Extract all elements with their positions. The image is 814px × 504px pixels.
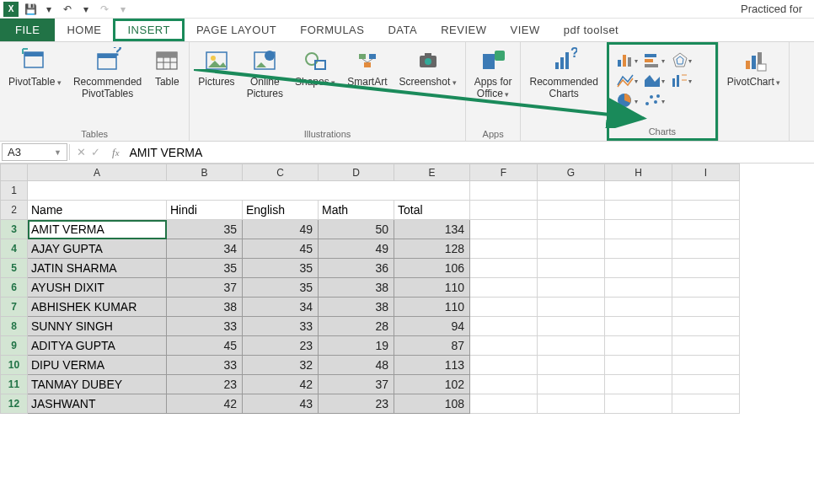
cell[interactable] [605, 317, 672, 336]
formula-input[interactable] [124, 142, 814, 163]
smartart-button[interactable]: SmartArt [345, 46, 388, 89]
col-header-A[interactable]: A [28, 164, 167, 181]
cell[interactable] [672, 375, 740, 394]
cell-math[interactable]: 38 [319, 278, 394, 298]
cell-name[interactable]: TANMAY DUBEY [28, 375, 167, 394]
tab-view[interactable]: VIEW [499, 19, 552, 41]
tab-insert[interactable]: INSERT [113, 19, 184, 41]
cell[interactable] [672, 356, 740, 375]
cell[interactable] [672, 298, 740, 317]
cell[interactable] [470, 259, 538, 278]
name-box[interactable]: A3▼ [2, 143, 67, 161]
cell-english[interactable]: 43 [243, 394, 319, 414]
shapes-button[interactable]: Shapes [293, 46, 337, 90]
fx-icon[interactable]: fx [107, 142, 124, 163]
cell-total[interactable]: 110 [394, 278, 470, 298]
redo-icon[interactable]: ↷ [98, 3, 111, 16]
cell[interactable] [605, 356, 672, 375]
cell[interactable] [672, 239, 740, 259]
select-all-corner[interactable] [1, 164, 28, 181]
cell-math[interactable]: 19 [319, 336, 394, 356]
cell[interactable] [605, 394, 672, 414]
cell-total[interactable]: 110 [394, 298, 470, 317]
cell[interactable] [470, 239, 538, 259]
screenshot-button[interactable]: Screenshot [398, 46, 458, 90]
redo-drop-icon[interactable]: ▾ [116, 3, 130, 16]
worksheet-grid[interactable]: ABCDEFGHI1Create A Chart2NameHindiEnglis… [0, 164, 814, 414]
cell[interactable] [672, 181, 740, 201]
cell-math[interactable]: 48 [319, 356, 394, 375]
cell[interactable] [605, 375, 672, 394]
cell[interactable] [538, 239, 605, 259]
online-pictures-button[interactable]: Online Pictures [245, 46, 285, 101]
row-header-3[interactable]: 3 [1, 220, 28, 239]
enter-icon[interactable]: ✓ [91, 146, 100, 158]
cell-total[interactable]: 113 [394, 356, 470, 375]
tab-page-layout[interactable]: PAGE LAYOUT [185, 19, 288, 41]
cell-total[interactable]: 94 [394, 317, 470, 336]
cell-math[interactable]: 50 [319, 220, 394, 239]
cell[interactable] [538, 375, 605, 394]
cell-name[interactable]: ADITYA GUPTA [28, 336, 167, 356]
row-header-11[interactable]: 11 [1, 375, 28, 394]
radar-chart-icon[interactable]: ▾ [670, 51, 692, 68]
cell-math[interactable]: 23 [319, 394, 394, 414]
row-header-6[interactable]: 6 [1, 278, 28, 298]
row-header-4[interactable]: 4 [1, 239, 28, 259]
pivottable-button[interactable]: PivotTable [7, 46, 63, 90]
cell-name[interactable]: JASHWANT [28, 394, 167, 414]
cell[interactable] [605, 239, 672, 259]
cell-hindi[interactable]: 45 [167, 336, 243, 356]
cell-name[interactable]: ABHISHEK KUMAR [28, 298, 167, 317]
column-chart-icon[interactable]: ▾ [616, 51, 638, 68]
cell[interactable] [538, 201, 605, 220]
col-header-I[interactable]: I [672, 164, 740, 181]
cell-total[interactable]: 106 [394, 259, 470, 278]
qat-dropdown-icon[interactable]: ▾ [42, 3, 56, 16]
cell[interactable] [470, 278, 538, 298]
row-header-5[interactable]: 5 [1, 259, 28, 278]
row-header-12[interactable]: 12 [1, 394, 28, 414]
cell[interactable] [470, 356, 538, 375]
cell-hindi[interactable]: 38 [167, 298, 243, 317]
cell[interactable] [470, 317, 538, 336]
cell-english[interactable]: 23 [243, 336, 319, 356]
cell[interactable] [538, 394, 605, 414]
undo-drop-icon[interactable]: ▾ [79, 3, 93, 16]
undo-icon[interactable]: ↶ [61, 3, 74, 16]
recommended-charts-button[interactable]: ? Recommended Charts [527, 46, 599, 101]
cell-name[interactable]: AMIT VERMA [28, 220, 167, 239]
cell-name[interactable]: AJAY GUPTA [28, 239, 167, 259]
cell[interactable] [538, 298, 605, 317]
cell-hindi[interactable]: 35 [167, 259, 243, 278]
cell-name[interactable]: DIPU VERMA [28, 356, 167, 375]
cell[interactable] [605, 278, 672, 298]
pivotchart-button[interactable]: PivotChart [726, 46, 783, 90]
cell-total[interactable]: 108 [394, 394, 470, 414]
cell-name[interactable]: AYUSH DIXIT [28, 278, 167, 298]
cell-english[interactable]: 45 [243, 239, 319, 259]
area-chart-icon[interactable]: ▾ [643, 72, 665, 88]
cell-english[interactable]: 34 [243, 298, 319, 317]
cell-math[interactable]: 37 [319, 375, 394, 394]
cell[interactable] [605, 181, 672, 201]
cell[interactable] [605, 220, 672, 239]
tab-home[interactable]: HOME [55, 19, 113, 41]
apps-for-office-button[interactable]: Apps for Office [473, 46, 514, 102]
cell-math[interactable]: 38 [319, 298, 394, 317]
cell-english[interactable]: 33 [243, 317, 319, 336]
cell[interactable] [470, 298, 538, 317]
row-header-9[interactable]: 9 [1, 336, 28, 356]
cell-english[interactable]: 49 [243, 220, 319, 239]
pie-chart-icon[interactable]: ▾ [616, 92, 638, 109]
cell[interactable] [538, 356, 605, 375]
header-cell[interactable]: Hindi [167, 201, 243, 220]
cell-hindi[interactable]: 34 [167, 239, 243, 259]
cell[interactable] [538, 259, 605, 278]
col-header-E[interactable]: E [394, 164, 470, 181]
cell-math[interactable]: 36 [319, 259, 394, 278]
cell[interactable] [538, 317, 605, 336]
cell-english[interactable]: 35 [243, 259, 319, 278]
bar-chart-icon[interactable]: ▾ [643, 51, 665, 68]
cell[interactable] [672, 201, 740, 220]
